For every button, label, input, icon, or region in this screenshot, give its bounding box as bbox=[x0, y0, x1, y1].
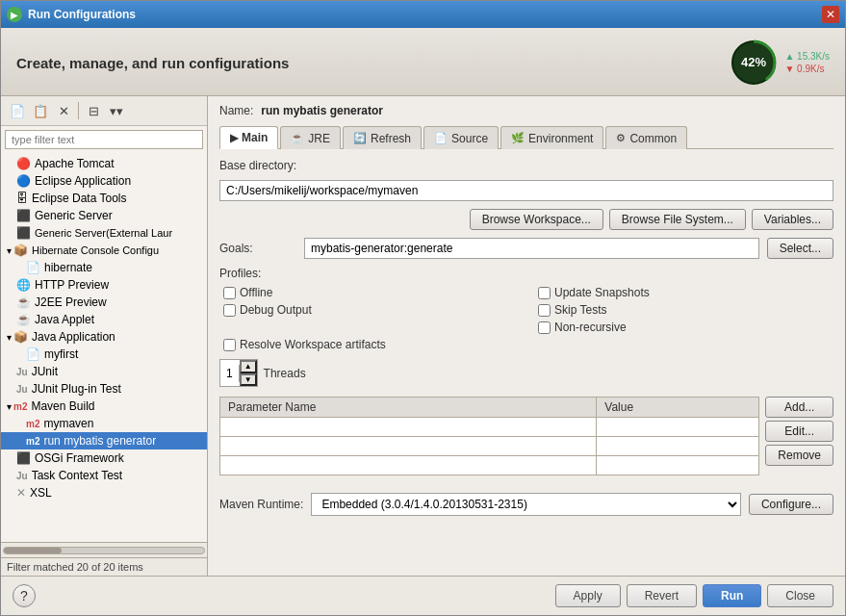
tree-item-junit-plugin[interactable]: Ju JUnit Plug-in Test bbox=[1, 380, 207, 398]
tree-item-java-applet[interactable]: ☕ Java Applet bbox=[1, 311, 207, 328]
update-snapshots-checkbox-input[interactable] bbox=[538, 287, 551, 299]
tree-item-label: hibernate bbox=[44, 261, 92, 274]
hibernate-icon: 📄 bbox=[26, 261, 40, 274]
debug-output-checkbox[interactable]: Debug Output bbox=[223, 303, 519, 317]
delete-config-button[interactable]: ✕ bbox=[53, 100, 74, 121]
tree-item-hibernate[interactable]: 📄 hibernate bbox=[1, 259, 207, 276]
offline-checkbox-input[interactable] bbox=[223, 287, 236, 299]
resolve-workspace-checkbox-input[interactable] bbox=[223, 339, 236, 351]
horizontal-scrollbar[interactable] bbox=[1, 542, 207, 557]
offline-checkbox[interactable]: Offline bbox=[223, 286, 519, 299]
footer-left: ? bbox=[13, 584, 36, 607]
tree-item-task-context-test[interactable]: Ju Task Context Test bbox=[1, 467, 207, 484]
base-dir-input[interactable] bbox=[219, 180, 833, 201]
skip-tests-checkbox-input[interactable] bbox=[538, 304, 551, 317]
main-content: 📄 📋 ✕ ⊟ ▾▾ 🔴 Apache Tomcat 🔵 bbox=[1, 96, 845, 576]
tree-item-label: J2EE Preview bbox=[35, 295, 107, 309]
gauge-percent-text: 42% bbox=[741, 55, 766, 69]
variables-button[interactable]: Variables... bbox=[752, 209, 833, 230]
configure-button[interactable]: Configure... bbox=[749, 494, 833, 515]
title-bar-left: ▶ Run Configurations bbox=[7, 7, 136, 22]
base-dir-row: Base directory: bbox=[219, 159, 833, 172]
maven-build-icon: m2 bbox=[13, 401, 27, 412]
filter-input[interactable] bbox=[5, 130, 203, 149]
tab-refresh[interactable]: 🔄 Refresh bbox=[343, 126, 422, 149]
threads-down-button[interactable]: ▼ bbox=[240, 373, 257, 387]
tree-item-eclipse-data-tools[interactable]: 🗄 Eclipse Data Tools bbox=[1, 190, 207, 207]
threads-spinner[interactable]: 1 ▲ ▼ bbox=[219, 359, 258, 387]
tab-main[interactable]: ▶ Main bbox=[219, 126, 278, 149]
filter-status: Filter matched 20 of 20 items bbox=[1, 557, 207, 576]
tree-item-http-preview[interactable]: 🌐 HTTP Preview bbox=[1, 276, 207, 294]
tree-item-java-application[interactable]: ▾ 📦 Java Application bbox=[1, 328, 207, 346]
threads-up-button[interactable]: ▲ bbox=[240, 360, 257, 373]
tree-item-hibernate-console[interactable]: ▾ 📦 Hibernate Console Configu bbox=[1, 242, 207, 259]
add-button[interactable]: Add... bbox=[765, 397, 833, 418]
help-button[interactable]: ? bbox=[13, 584, 36, 607]
collapse-button[interactable]: ⊟ bbox=[83, 100, 104, 121]
tab-jre[interactable]: ☕ JRE bbox=[280, 126, 341, 149]
main-tab-icon: ▶ bbox=[230, 132, 238, 144]
param-value-header: Value bbox=[597, 398, 759, 418]
new-config-button[interactable]: 📄 bbox=[7, 100, 28, 121]
java-applet-icon: ☕ bbox=[16, 313, 31, 326]
non-recursive-checkbox-input[interactable] bbox=[538, 321, 551, 334]
tab-source[interactable]: 📄 Source bbox=[423, 126, 499, 149]
browse-workspace-button[interactable]: Browse Workspace... bbox=[470, 209, 603, 230]
tab-common[interactable]: ⚙ Common bbox=[605, 126, 687, 149]
tree-item-generic-server[interactable]: ⬛ Generic Server bbox=[1, 207, 207, 224]
tree-item-label: JUnit Plug-in Test bbox=[32, 382, 121, 396]
edit-button[interactable]: Edit... bbox=[765, 421, 833, 442]
tree-item-generic-server-external[interactable]: ⬛ Generic Server(External Laur bbox=[1, 224, 207, 242]
tree-item-label: Java Application bbox=[32, 330, 115, 344]
generic-server-ext-icon: ⬛ bbox=[16, 226, 31, 240]
non-recursive-checkbox[interactable]: Non-recursive bbox=[538, 321, 833, 334]
tree-item-maven-build[interactable]: ▾ m2 Maven Build bbox=[1, 398, 207, 415]
tree-item-label: Maven Build bbox=[31, 399, 94, 413]
runtime-row: Maven Runtime: Embedded (3.0.4/1.4.0.201… bbox=[219, 493, 833, 516]
close-button[interactable]: Close bbox=[767, 584, 833, 607]
tab-environment[interactable]: 🌿 Environment bbox=[500, 126, 603, 149]
tree-item-label: Apache Tomcat bbox=[35, 157, 115, 170]
tree-item-run-mybatis[interactable]: m2 run mybatis generator bbox=[1, 432, 207, 449]
revert-button[interactable]: Revert bbox=[627, 584, 697, 607]
select-button[interactable]: Select... bbox=[767, 238, 833, 259]
toolbar-separator bbox=[78, 102, 79, 119]
table-row bbox=[220, 418, 759, 437]
expand-button[interactable]: ▾▾ bbox=[106, 100, 127, 121]
runtime-select[interactable]: Embedded (3.0.4/1.4.0.20130531-2315) bbox=[311, 493, 741, 516]
tree-item-mymaven[interactable]: m2 mymaven bbox=[1, 415, 207, 432]
tree-item-eclipse-application[interactable]: 🔵 Eclipse Application bbox=[1, 172, 207, 190]
close-window-button[interactable]: ✕ bbox=[822, 6, 839, 23]
runtime-label: Maven Runtime: bbox=[219, 498, 303, 511]
resolve-workspace-checkbox[interactable]: Resolve Workspace artifacts bbox=[223, 338, 519, 351]
tab-bar: ▶ Main ☕ JRE 🔄 Refresh 📄 Source 🌿 E bbox=[219, 125, 833, 149]
goals-input[interactable] bbox=[304, 238, 759, 259]
tree-item-xsl[interactable]: ✕ XSL bbox=[1, 484, 207, 501]
task-context-icon: Ju bbox=[16, 471, 28, 481]
jre-tab-icon: ☕ bbox=[291, 132, 304, 144]
tab-environment-label: Environment bbox=[528, 132, 593, 145]
apply-button[interactable]: Apply bbox=[555, 584, 621, 607]
tree-item-j2ee-preview[interactable]: ☕ J2EE Preview bbox=[1, 294, 207, 311]
copy-config-button[interactable]: 📋 bbox=[30, 100, 51, 121]
tree-item-apache-tomcat[interactable]: 🔴 Apache Tomcat bbox=[1, 155, 207, 172]
update-snapshots-checkbox[interactable]: Update Snapshots bbox=[538, 286, 833, 299]
run-button[interactable]: Run bbox=[703, 584, 761, 607]
title-bar: ▶ Run Configurations ✕ bbox=[1, 1, 845, 28]
xsl-icon: ✕ bbox=[16, 486, 26, 500]
java-app-expand-icon: ▾ bbox=[7, 332, 12, 343]
threads-arrows: ▲ ▼ bbox=[240, 360, 257, 386]
expand-arrow-icon: ▾ bbox=[7, 245, 12, 256]
remove-button[interactable]: Remove bbox=[765, 445, 833, 466]
browse-filesystem-button[interactable]: Browse File System... bbox=[609, 209, 746, 230]
myfirst-icon: 📄 bbox=[26, 347, 40, 361]
debug-output-checkbox-input[interactable] bbox=[223, 304, 236, 317]
http-preview-icon: 🌐 bbox=[16, 278, 31, 292]
tree-item-junit[interactable]: Ju JUnit bbox=[1, 363, 207, 380]
skip-tests-checkbox[interactable]: Skip Tests bbox=[538, 303, 833, 317]
tree-item-label: XSL bbox=[30, 486, 52, 500]
window-icon: ▶ bbox=[7, 7, 22, 22]
tree-item-myfirst[interactable]: 📄 myfirst bbox=[1, 346, 207, 363]
tree-item-osgi-framework[interactable]: ⬛ OSGi Framework bbox=[1, 449, 207, 467]
